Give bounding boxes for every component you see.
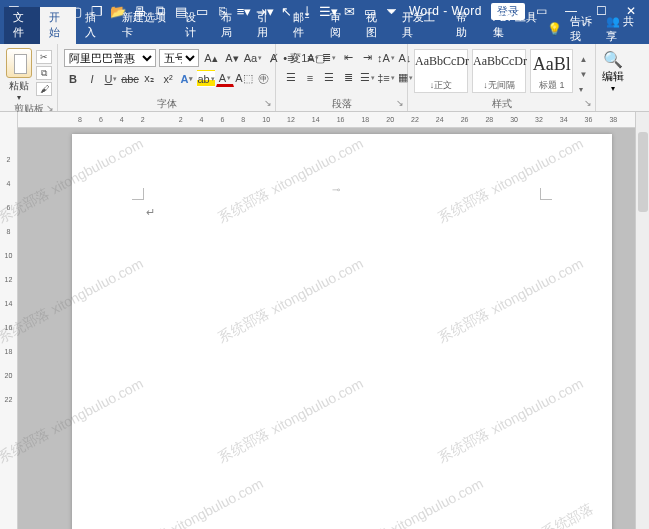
copy-button[interactable]: ⧉ [36, 66, 52, 80]
align-left-button[interactable]: ☰ [282, 69, 300, 86]
shrink-font-button[interactable]: A▾ [223, 50, 241, 67]
ribbon-tab-strip: 文件 开始 插入 新建选项卡 设计 布局 引用 邮件 审阅 视图 开发工具 帮助… [0, 22, 649, 44]
italic-button[interactable]: I [83, 70, 101, 87]
paragraph-launcher-icon[interactable]: ↘ [396, 98, 404, 108]
tell-me-button[interactable]: 告诉我 [570, 14, 598, 44]
style-scroll-down-icon[interactable]: ▼ [579, 70, 589, 79]
underline-button[interactable]: U [102, 70, 120, 87]
ltr-button[interactable]: ↕A [377, 49, 395, 66]
share-button[interactable]: 👥 共享 [606, 14, 639, 44]
group-styles: AaBbCcDr ↓正文 AaBbCcDr ↓无间隔 AaBl 标题 1 ▲ ▼… [408, 44, 596, 111]
group-editing: 🔍 编辑 ▾ [596, 44, 640, 111]
tab-design[interactable]: 设计 [176, 7, 212, 44]
grow-font-button[interactable]: A▴ [202, 50, 220, 67]
vertical-ruler: 24 6810 121416 182022 [0, 112, 18, 529]
horizontal-ruler: 864 22 468 101214 161820 222426 283032 3… [18, 112, 649, 128]
group-label-paragraph: 段落 [332, 98, 352, 109]
ribbon: 粘贴 ▾ ✂ ⧉ 🖌 剪贴板↘ 阿里巴巴普惠 五号 A▴ A▾ Aa A̸ 変 … [0, 44, 649, 112]
line-spacing-button[interactable]: ‡≡ [377, 69, 395, 86]
superscript-button[interactable]: x² [159, 70, 177, 87]
tab-insert[interactable]: 插入 [76, 7, 112, 44]
paste-button[interactable]: 粘贴 ▾ [6, 46, 32, 102]
justify-button[interactable]: ≣ [339, 69, 357, 86]
tellme-icon: 💡 [547, 22, 562, 36]
workspace: 24 6810 121416 182022 864 22 468 101214 … [0, 112, 649, 529]
decrease-indent-button[interactable]: ⇤ [339, 49, 357, 66]
subscript-button[interactable]: x₂ [140, 70, 158, 87]
group-clipboard: 粘贴 ▾ ✂ ⧉ 🖌 剪贴板↘ [0, 44, 58, 111]
font-launcher-icon[interactable]: ↘ [264, 98, 272, 108]
bullets-button[interactable]: •≡ [282, 49, 300, 66]
style-normal[interactable]: AaBbCcDr ↓正文 [414, 49, 468, 93]
highlight-button[interactable]: ab [197, 70, 215, 87]
scrollbar-thumb[interactable] [638, 132, 648, 212]
margin-mark-tl [132, 188, 144, 200]
group-paragraph: •≡ 1≡ ≣ ⇤ ⇥ ↕A A↓ ¶ ☰ ≡ ☰ ≣ ☰ ‡≡ ▦ ▢ 段落↘ [276, 44, 408, 111]
format-painter-button[interactable]: 🖌 [36, 82, 52, 96]
group-label-font: 字体 [157, 98, 177, 109]
paste-label: 粘贴 [6, 79, 32, 93]
tab-developer[interactable]: 开发工具 [393, 7, 447, 44]
style-expand-icon[interactable]: ▾ [579, 85, 589, 94]
group-font: 阿里巴巴普惠 五号 A▴ A▾ Aa A̸ 変 A▢ B I U abc x₂ … [58, 44, 276, 111]
tab-layout[interactable]: 布局 [212, 7, 248, 44]
change-case-button[interactable]: Aa [244, 50, 262, 67]
page[interactable]: ⊸ ↵ [72, 134, 612, 529]
style-no-spacing[interactable]: AaBbCcDr ↓无间隔 [472, 49, 526, 93]
margin-mark-tr [540, 188, 552, 200]
cut-button[interactable]: ✂ [36, 50, 52, 64]
distribute-button[interactable]: ☰ [358, 69, 376, 86]
editing-label-text: 编辑 [602, 69, 624, 84]
document-canvas[interactable]: ⊸ ↵ [18, 128, 649, 529]
bold-button[interactable]: B [64, 70, 82, 87]
strike-button[interactable]: abc [121, 70, 139, 87]
style-scroll-up-icon[interactable]: ▲ [579, 55, 589, 64]
tab-pdf-tools[interactable]: PDF工具集 [484, 7, 547, 44]
numbering-button[interactable]: 1≡ [301, 49, 319, 66]
align-center-button[interactable]: ≡ [301, 69, 319, 86]
font-size-select[interactable]: 五号 [159, 49, 199, 67]
increase-indent-button[interactable]: ⇥ [358, 49, 376, 66]
tab-review[interactable]: 审阅 [321, 7, 357, 44]
center-mark: ⊸ [332, 184, 340, 195]
align-right-button[interactable]: ☰ [320, 69, 338, 86]
style-heading-1[interactable]: AaBl 标题 1 [530, 49, 573, 93]
find-icon: 🔍 [602, 50, 624, 69]
styles-launcher-icon[interactable]: ↘ [584, 98, 592, 108]
paste-icon [6, 48, 32, 78]
tab-references[interactable]: 引用 [248, 7, 284, 44]
group-label-styles: 样式 [492, 98, 512, 109]
tab-mailings[interactable]: 邮件 [284, 7, 320, 44]
multilevel-button[interactable]: ≣ [320, 49, 338, 66]
vertical-scrollbar[interactable] [635, 112, 649, 529]
tab-custom[interactable]: 新建选项卡 [113, 7, 176, 44]
enclose-char-button[interactable]: ㊥ [254, 70, 272, 87]
text-effects-button[interactable]: A [178, 70, 196, 87]
font-color-button[interactable]: A [216, 70, 234, 87]
tab-help[interactable]: 帮助 [447, 7, 483, 44]
tab-view[interactable]: 视图 [357, 7, 393, 44]
find-button[interactable]: 🔍 编辑 ▾ [602, 50, 624, 93]
text-cursor: ↵ [146, 206, 155, 219]
char-shading-button[interactable]: A⬚ [235, 70, 253, 87]
tab-file[interactable]: 文件 [4, 7, 40, 44]
font-name-select[interactable]: 阿里巴巴普惠 [64, 49, 156, 67]
tab-home[interactable]: 开始 [40, 7, 76, 44]
